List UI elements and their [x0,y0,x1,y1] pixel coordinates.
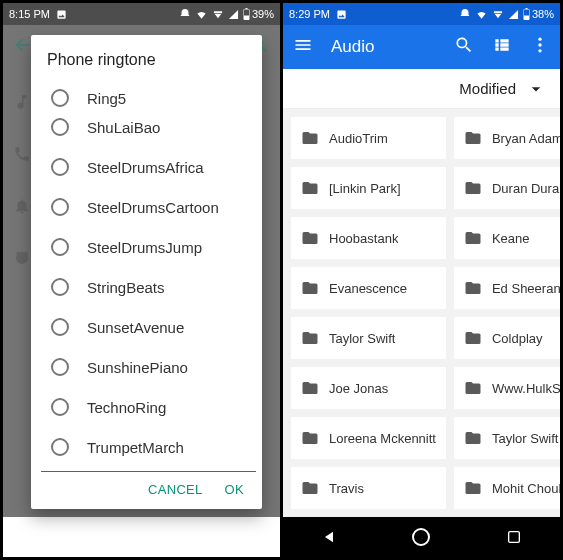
nav-home-icon[interactable] [412,528,430,546]
folder-name: Duran Duran [492,181,560,196]
ringtone-option[interactable]: StringBeats [37,267,262,307]
folder-tile[interactable]: Bryan Adams [454,117,560,159]
ringtone-option[interactable]: SteelDrumsCartoon [37,187,262,227]
folder-name: Taylor Swift [329,331,395,346]
radio-icon [51,318,69,336]
folder-tile[interactable]: Www.HulkShare [454,367,560,409]
folder-tile[interactable]: [Linkin Park] [291,167,446,209]
view-toggle-button[interactable] [492,35,512,59]
folder-tile[interactable]: Duran Duran [454,167,560,209]
folder-name: Bryan Adams [492,131,560,146]
folder-tile[interactable]: Keane [454,217,560,259]
folder-icon [301,429,319,447]
svg-point-5 [538,49,541,52]
alarm-icon [459,8,471,20]
battery-icon [243,8,250,20]
cancel-button[interactable]: CANCEL [148,482,203,497]
ringtone-option[interactable]: TechnoRing [37,387,262,427]
status-time: 8:29 PM [289,8,330,20]
search-button[interactable] [454,35,474,59]
back-arrow-icon [13,35,33,55]
battery-pct: 38% [532,8,554,20]
folder-icon [301,179,319,197]
ringtone-option[interactable]: SteelDrumsJump [37,227,262,267]
ringtone-option[interactable]: SteelDrumsAfrica [37,147,262,187]
svg-point-4 [538,43,541,46]
folder-tile[interactable]: Loreena Mckennitt [291,417,446,459]
folder-icon [464,279,482,297]
music-icon [13,93,31,111]
radio-icon [51,118,69,136]
ringtone-list[interactable]: Ring5 ShuLaiBao SteelDrumsAfrica SteelDr… [31,77,262,472]
folder-tile[interactable]: Joe Jonas [291,367,446,409]
ringtone-dialog: Phone ringtone Ring5 ShuLaiBao SteelDrum… [31,35,262,509]
folder-name: Hoobastank [329,231,398,246]
search-icon [454,35,474,55]
ringtone-option[interactable]: SunshinePiano [37,347,262,387]
app-bar: Audio [283,25,560,69]
folder-icon [464,129,482,147]
status-bar: 8:15 PM 39% [3,3,280,25]
more-vert-icon [530,35,550,55]
folder-icon [464,429,482,447]
screen-title: Audio [331,37,436,57]
alarm-icon [179,8,191,20]
menu-button[interactable] [293,35,313,59]
status-bar: 8:29 PM 38% [283,3,560,25]
phone-left: 8:15 PM 39% Phone ringtone Ring5 ShuLaiB… [3,3,280,557]
radio-icon [51,278,69,296]
folder-tile[interactable]: Hoobastank [291,217,446,259]
clock-alarm-icon [13,249,31,267]
signal-icon [228,9,239,20]
chevron-down-icon [526,79,546,99]
folder-name: Travis [329,481,364,496]
nav-recent-icon[interactable] [506,529,522,545]
sort-bar[interactable]: Modified [283,69,560,109]
ringtone-option[interactable]: ShuLaiBao [37,107,262,147]
ok-button[interactable]: OK [225,482,244,497]
status-time: 8:15 PM [9,8,50,20]
folder-tile[interactable]: AudioTrim [291,117,446,159]
wifi-icon [475,9,488,20]
overflow-button[interactable] [530,35,550,59]
picture-icon [56,9,67,20]
folder-tile[interactable]: Ed Sheeran [454,267,560,309]
folder-grid[interactable]: AudioTrimBryan Adams[Linkin Park]Duran D… [283,109,560,517]
picture-icon [336,9,347,20]
folder-icon [301,129,319,147]
vowifi-icon [212,9,224,20]
radio-icon [51,398,69,416]
folder-tile[interactable]: Mohit Chouhan [454,467,560,509]
folder-icon [464,179,482,197]
folder-name: Coldplay [492,331,543,346]
folder-name: Evanescence [329,281,407,296]
radio-icon [51,158,69,176]
radio-icon [51,198,69,216]
radio-icon [51,89,69,107]
folder-tile[interactable]: Coldplay [454,317,560,359]
folder-icon [464,329,482,347]
hamburger-icon [293,35,313,55]
bell-icon [13,197,31,215]
svg-point-3 [538,38,541,41]
folder-tile[interactable]: Evanescence [291,267,446,309]
folder-icon [464,479,482,497]
folder-tile[interactable]: Taylor Swift [291,317,446,359]
folder-name: Ed Sheeran [492,281,560,296]
svg-rect-6 [509,532,520,543]
ringtone-option[interactable]: TrumpetMarch [37,427,262,467]
phone-right: 8:29 PM 38% Audio Modified AudioTrimBrya… [283,3,560,557]
folder-tile[interactable]: Travis [291,467,446,509]
sort-label: Modified [459,80,516,97]
ringtone-option[interactable]: Ring5 [37,77,262,107]
folder-name: [Linkin Park] [329,181,401,196]
nav-back-icon[interactable] [321,529,337,545]
folder-icon [464,229,482,247]
bg-category-icons [13,93,31,267]
dialog-actions: CANCEL OK [31,472,262,509]
folder-icon [301,379,319,397]
list-view-icon [492,35,512,55]
folder-tile[interactable]: Taylor Swift Songs [454,417,560,459]
dialog-title: Phone ringtone [31,35,262,77]
ringtone-option[interactable]: SunsetAvenue [37,307,262,347]
